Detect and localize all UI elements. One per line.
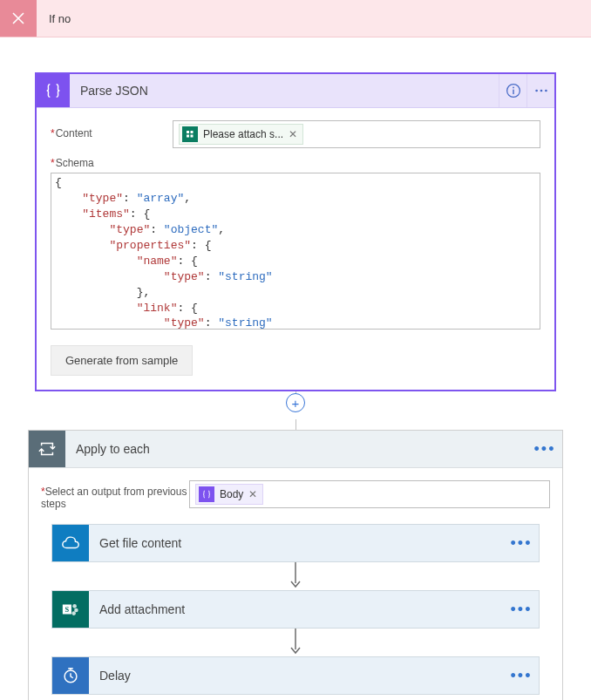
if-no-branch-header: If no xyxy=(0,0,591,37)
svg-rect-8 xyxy=(191,131,194,133)
svg-point-1 xyxy=(513,87,514,89)
svg-rect-7 xyxy=(187,131,189,133)
forms-icon xyxy=(182,126,198,142)
get-file-content-title: Get file content xyxy=(89,536,504,550)
add-step-button[interactable]: + xyxy=(286,393,305,412)
delay-title: Delay xyxy=(89,669,504,683)
content-token[interactable]: Please attach s... ✕ xyxy=(179,124,303,145)
body-token-label: Body xyxy=(220,488,243,500)
schema-textarea[interactable]: { "type": "array", "items": { "type": "o… xyxy=(51,173,540,330)
schema-label: *Schema xyxy=(51,157,540,169)
svg-point-15 xyxy=(74,608,78,613)
more-icon[interactable] xyxy=(526,74,554,107)
more-icon[interactable]: ••• xyxy=(527,431,562,467)
loop-icon xyxy=(29,431,65,467)
flow-arrow xyxy=(41,629,550,656)
apply-to-each-title: Apply to each xyxy=(65,442,527,456)
add-attachment-step[interactable]: S Add attachment ••• xyxy=(51,590,540,629)
select-output-input[interactable]: Body ✕ xyxy=(189,480,550,508)
content-input[interactable]: Please attach s... ✕ xyxy=(173,120,540,148)
parse-json-icon xyxy=(37,74,70,107)
svg-point-4 xyxy=(540,90,542,92)
clock-icon xyxy=(52,657,89,694)
token-remove-icon[interactable]: ✕ xyxy=(248,488,257,500)
content-token-label: Please attach s... xyxy=(203,128,283,140)
select-output-label: *Select an output from previous steps xyxy=(41,480,189,510)
more-icon[interactable]: ••• xyxy=(504,657,539,694)
svg-point-5 xyxy=(545,90,547,92)
parse-json-icon xyxy=(199,486,214,502)
add-attachment-title: Add attachment xyxy=(89,602,504,616)
svg-rect-6 xyxy=(185,129,195,139)
content-label: *Content xyxy=(51,120,173,139)
svg-point-3 xyxy=(535,90,538,92)
svg-point-14 xyxy=(72,604,77,608)
svg-text:S: S xyxy=(65,606,70,614)
parse-json-title: Parse JSON xyxy=(70,84,499,98)
token-remove-icon[interactable]: ✕ xyxy=(289,128,297,140)
parse-json-card: Parse JSON *Content Please attach s xyxy=(35,72,556,391)
if-no-title: If no xyxy=(37,12,71,25)
info-icon[interactable] xyxy=(499,74,526,107)
apply-to-each-header[interactable]: Apply to each ••• xyxy=(29,431,562,468)
sharepoint-icon: S xyxy=(52,591,89,628)
cloud-icon xyxy=(52,525,89,561)
svg-rect-9 xyxy=(187,135,189,138)
svg-rect-10 xyxy=(191,135,194,138)
get-file-content-step[interactable]: Get file content ••• xyxy=(51,524,540,562)
more-icon[interactable]: ••• xyxy=(504,591,539,628)
parse-json-header[interactable]: Parse JSON xyxy=(37,74,554,108)
svg-rect-2 xyxy=(513,90,513,94)
svg-point-16 xyxy=(71,611,76,615)
more-icon[interactable]: ••• xyxy=(504,525,539,561)
delay-step[interactable]: Delay ••• xyxy=(51,656,540,695)
apply-to-each-card: Apply to each ••• *Select an output from… xyxy=(28,430,563,700)
close-icon xyxy=(0,0,37,37)
flow-arrow xyxy=(41,562,550,590)
generate-from-sample-button[interactable]: Generate from sample xyxy=(51,345,193,376)
body-token[interactable]: Body ✕ xyxy=(195,484,263,505)
